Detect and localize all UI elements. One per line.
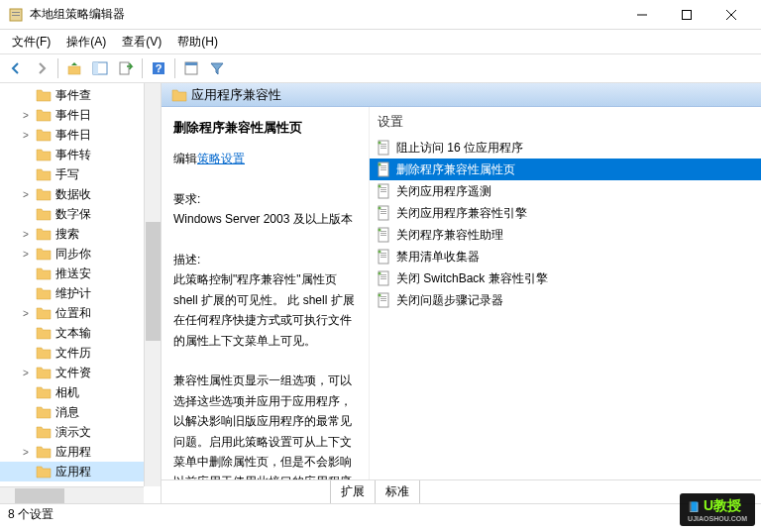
tree-vscrollbar[interactable] (144, 83, 161, 486)
window-title: 本地组策略编辑器 (30, 6, 619, 23)
maximize-button[interactable] (664, 1, 708, 29)
expand-toggle-icon[interactable]: > (20, 229, 32, 240)
tree-item-label: 维护计 (55, 285, 91, 302)
tree-item-label: 应用程 (55, 464, 91, 480)
setting-item[interactable]: 关闭问题步骤记录器 (370, 289, 761, 311)
svg-rect-4 (682, 10, 691, 19)
filter-button[interactable] (205, 56, 229, 80)
properties-button[interactable] (179, 56, 203, 80)
content-header: 应用程序兼容性 (162, 83, 761, 107)
export-button[interactable] (114, 56, 138, 80)
svg-rect-18 (380, 148, 386, 149)
svg-rect-23 (380, 169, 386, 170)
tree-item[interactable]: >位置和 (0, 303, 161, 323)
svg-rect-10 (120, 62, 129, 74)
svg-point-49 (379, 272, 381, 275)
tree-item[interactable]: 文件历 (0, 343, 161, 363)
svg-point-34 (379, 207, 381, 210)
expand-toggle-icon[interactable]: > (20, 447, 32, 458)
expand-toggle-icon[interactable]: > (20, 189, 32, 200)
expand-toggle-icon[interactable]: > (20, 249, 32, 260)
tree-item[interactable]: >事件日 (0, 125, 161, 145)
settings-header[interactable]: 设置 (370, 107, 761, 137)
tree-item[interactable]: 应用程 (0, 462, 161, 481)
tree-item-label: 数据收 (55, 186, 91, 203)
tree-item[interactable]: 相机 (0, 382, 161, 402)
tab-extended[interactable]: 扩展 (330, 480, 376, 503)
tree-item[interactable]: 手写 (0, 164, 161, 184)
svg-rect-26 (380, 187, 386, 188)
svg-rect-22 (380, 167, 386, 168)
tree-item[interactable]: 数字保 (0, 204, 161, 224)
setting-item-label: 阻止访问 16 位应用程序 (396, 140, 523, 157)
svg-rect-14 (185, 62, 197, 65)
setting-item[interactable]: 删除程序兼容性属性页 (370, 159, 761, 180)
tree-item[interactable]: >搜索 (0, 224, 161, 244)
detail-panel: 删除程序兼容性属性页 编辑策略设置 要求: Windows Server 200… (162, 107, 370, 479)
svg-rect-48 (380, 278, 386, 279)
tree-item-label: 文件历 (55, 345, 91, 362)
close-button[interactable] (708, 1, 753, 29)
svg-point-44 (379, 251, 381, 254)
tree-item[interactable]: >文件资 (0, 363, 161, 382)
show-hide-tree-button[interactable] (88, 56, 112, 80)
tree-item[interactable]: >事件日 (0, 105, 161, 125)
expand-toggle-icon[interactable]: > (20, 110, 32, 121)
svg-point-24 (379, 163, 381, 166)
tree-item[interactable]: 文本输 (0, 323, 161, 343)
tab-standard[interactable]: 标准 (375, 480, 420, 503)
setting-item-label: 关闭程序兼容性助理 (396, 227, 503, 244)
status-text: 8 个设置 (8, 506, 54, 523)
tree-item-label: 文本输 (55, 325, 91, 342)
setting-item[interactable]: 阻止访问 16 位应用程序 (370, 137, 761, 159)
setting-item-label: 关闭 SwitchBack 兼容性引擎 (396, 270, 548, 287)
svg-point-54 (379, 294, 381, 297)
menu-view[interactable]: 查看(V) (114, 32, 169, 53)
tree-item[interactable]: >同步你 (0, 244, 161, 264)
tree-item[interactable]: 事件查 (0, 85, 161, 105)
setting-item[interactable]: 关闭 SwitchBack 兼容性引擎 (370, 267, 761, 289)
tree-item[interactable]: 事件转 (0, 145, 161, 164)
expand-toggle-icon[interactable]: > (20, 368, 32, 378)
tree-item-label: 推送安 (55, 266, 91, 282)
svg-rect-38 (380, 235, 386, 236)
tree-item-label: 同步你 (55, 246, 91, 263)
svg-rect-51 (380, 296, 386, 297)
tree-item[interactable]: >数据收 (0, 184, 161, 204)
tree-item[interactable]: 推送安 (0, 264, 161, 283)
setting-item-label: 禁用清单收集器 (396, 249, 480, 266)
view-tabs: 扩展 标准 (162, 479, 761, 503)
svg-rect-46 (380, 274, 386, 275)
navigation-tree[interactable]: 事件查>事件日>事件日事件转手写>数据收数字保>搜索>同步你推送安维护计>位置和… (0, 83, 161, 483)
back-button[interactable] (4, 56, 28, 80)
svg-rect-2 (12, 15, 20, 16)
tree-hscrollbar[interactable] (0, 486, 144, 503)
tree-item[interactable]: 维护计 (0, 283, 161, 303)
svg-rect-1 (12, 12, 20, 13)
menu-help[interactable]: 帮助(H) (169, 32, 226, 53)
svg-rect-17 (380, 146, 386, 147)
toolbar-separator (57, 58, 58, 78)
svg-rect-43 (380, 257, 386, 258)
menu-file[interactable]: 文件(F) (4, 32, 58, 53)
up-button[interactable] (62, 56, 86, 80)
minimize-button[interactable] (619, 1, 664, 29)
setting-item[interactable]: 关闭应用程序遥测 (370, 180, 761, 202)
setting-item[interactable]: 关闭应用程序兼容性引擎 (370, 202, 761, 224)
tree-item[interactable]: >应用程 (0, 442, 161, 462)
forward-button[interactable] (30, 56, 54, 80)
tree-item[interactable]: 演示文 (0, 422, 161, 442)
svg-rect-28 (380, 191, 386, 192)
setting-item[interactable]: 禁用清单收集器 (370, 246, 761, 267)
tree-item-label: 数字保 (55, 206, 91, 223)
policy-settings-link[interactable]: 策略设置 (197, 152, 245, 165)
tree-item-label: 文件资 (55, 365, 91, 381)
svg-rect-53 (380, 300, 386, 301)
setting-item[interactable]: 关闭程序兼容性助理 (370, 224, 761, 246)
help-button[interactable]: ? (147, 56, 170, 80)
tree-item[interactable]: 消息 (0, 402, 161, 422)
expand-toggle-icon[interactable]: > (20, 130, 32, 141)
expand-toggle-icon[interactable]: > (20, 308, 32, 319)
menu-action[interactable]: 操作(A) (58, 32, 114, 53)
toolbar-separator (174, 58, 175, 78)
